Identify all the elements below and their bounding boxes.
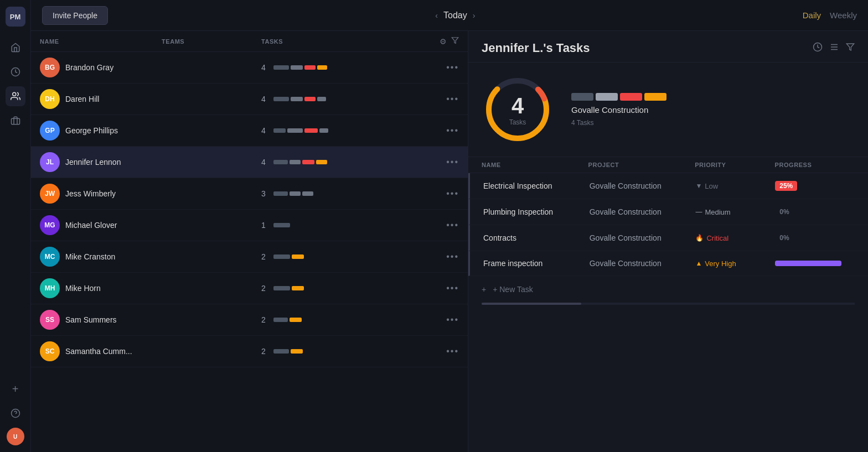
col-actions-header: ⚙ — [383, 37, 459, 46]
person-tasks-jl: 4 — [261, 158, 383, 167]
task-count-number: 4 — [509, 93, 526, 118]
scroll-thumb — [482, 303, 581, 305]
chart-icon[interactable] — [813, 42, 823, 54]
task-progress: 25% — [775, 181, 855, 191]
person-more-bg[interactable]: ••• — [383, 63, 459, 72]
task-progress — [775, 261, 855, 266]
person-more-gp[interactable]: ••• — [383, 126, 459, 136]
person-tasks-jw: 3 — [261, 189, 383, 198]
svg-rect-2 — [11, 118, 19, 124]
person-more-dh[interactable]: ••• — [383, 94, 459, 104]
people-list: BGBrandon Gray4•••DHDaren Hill4•••GPGeor… — [31, 52, 468, 452]
daily-view-button[interactable]: Daily — [803, 11, 821, 20]
priority-icon: ▲ — [695, 259, 702, 267]
task-name: Electrical Inspection — [483, 181, 590, 190]
app-logo[interactable]: PM — [6, 7, 25, 27]
avatar-mh: MH — [40, 278, 60, 298]
sidebar: PM + U — [0, 0, 31, 452]
sidebar-item-history[interactable] — [6, 62, 25, 82]
task-summary: 4 Tasks Govalle Construction 4 Tasks — [468, 63, 868, 157]
task-count-label: Tasks — [509, 118, 526, 126]
filter-icon[interactable] — [451, 37, 459, 46]
avatar-ss: SS — [40, 310, 60, 330]
avatar-sc: SC — [40, 341, 60, 361]
person-row-gp[interactable]: GPGeorge Phillips4••• — [31, 115, 468, 147]
sidebar-item-projects[interactable] — [6, 111, 25, 131]
sidebar-item-people[interactable] — [6, 86, 25, 106]
task-project: Govalle Construction — [590, 181, 696, 190]
person-more-mc[interactable]: ••• — [383, 252, 459, 262]
task-row[interactable]: Electrical InspectionGovalle Constructio… — [468, 173, 868, 199]
next-day-button[interactable]: › — [473, 11, 476, 20]
filter-settings-icon[interactable]: ⚙ — [440, 37, 447, 46]
person-name-gp: George Phillips — [65, 126, 162, 135]
person-tasks-dh: 4 — [261, 95, 383, 103]
project-name-label: Govalle Construction — [571, 105, 855, 115]
person-row-mh[interactable]: MHMike Horn2••• — [31, 273, 468, 304]
user-avatar[interactable]: U — [7, 428, 24, 445]
task-progress: 0% — [775, 233, 855, 243]
person-row-dh[interactable]: DHDaren Hill4••• — [31, 84, 468, 115]
current-date-label: Today — [443, 11, 467, 20]
person-row-jl[interactable]: JLJennifer Lennon4••• — [31, 147, 468, 178]
task-detail-panel: Jennifer L.'s Tasks — [468, 31, 868, 452]
th-priority: PRIORITY — [695, 162, 774, 168]
settings-icon[interactable] — [829, 42, 839, 54]
task-meta: Govalle Construction 4 Tasks — [571, 93, 855, 127]
avatar-jl: JL — [40, 152, 60, 172]
person-more-jw[interactable]: ••• — [383, 189, 459, 199]
person-more-mh[interactable]: ••• — [383, 283, 459, 293]
task-name: Contracts — [483, 233, 590, 242]
priority-icon: — — [695, 208, 702, 216]
person-name-jw: Jess Wimberly — [65, 189, 162, 198]
col-teams-header: TEAMS — [162, 38, 261, 45]
weekly-view-button[interactable]: Weekly — [830, 11, 857, 20]
person-name-bg: Brandon Gray — [65, 63, 162, 72]
main-content: Invite People ‹ Today › Daily Weekly NAM… — [31, 0, 868, 452]
person-row-mc[interactable]: MCMike Cranston2••• — [31, 241, 468, 273]
person-more-ss[interactable]: ••• — [383, 315, 459, 325]
sidebar-item-home[interactable] — [6, 38, 25, 58]
person-row-ss[interactable]: SSSam Summers2••• — [31, 304, 468, 336]
person-more-mg[interactable]: ••• — [383, 220, 459, 230]
task-priority: 🔥Critical — [695, 234, 775, 242]
person-row-jw[interactable]: JWJess Wimberly3••• — [31, 178, 468, 210]
task-progress: 0% — [775, 207, 855, 217]
svg-marker-5 — [452, 38, 458, 44]
prev-day-button[interactable]: ‹ — [435, 11, 438, 20]
project-tasks-label: 4 Tasks — [571, 119, 855, 127]
person-name-jl: Jennifer Lennon — [65, 158, 162, 167]
new-task-label: + New Task — [493, 285, 533, 294]
person-row-bg[interactable]: BGBrandon Gray4••• — [31, 52, 468, 84]
svg-point-1 — [12, 92, 16, 96]
person-name-ss: Sam Summers — [65, 315, 162, 324]
task-priority: —Medium — [695, 208, 775, 216]
task-panel-header: Jennifer L.'s Tasks — [468, 31, 868, 63]
new-task-button[interactable]: + + New Task — [468, 276, 868, 303]
avatar-mg: MG — [40, 215, 60, 235]
task-row[interactable]: Frame inspectionGovalle Construction▲Ver… — [468, 251, 868, 276]
sidebar-item-help[interactable] — [6, 403, 25, 423]
avatar-dh: DH — [40, 89, 60, 109]
task-donut-chart: 4 Tasks — [482, 74, 554, 146]
filter-task-icon[interactable] — [846, 43, 855, 54]
person-name-mh: Mike Horn — [65, 284, 162, 293]
person-more-jl[interactable]: ••• — [383, 157, 459, 167]
th-project: PROJECT — [588, 162, 695, 168]
person-tasks-ss: 2 — [261, 315, 383, 324]
person-more-sc[interactable]: ••• — [383, 346, 459, 356]
avatar-mc: MC — [40, 247, 60, 267]
task-row[interactable]: Plumbing InspectionGovalle Construction—… — [468, 199, 868, 225]
date-nav: ‹ Today › — [117, 11, 794, 20]
task-row[interactable]: ContractsGovalle Construction🔥Critical0% — [468, 225, 868, 251]
person-tasks-mc: 2 — [261, 252, 383, 261]
task-table: NAME PROJECT PRIORITY PROGRESS Electrica… — [468, 157, 868, 452]
person-row-mg[interactable]: MGMichael Glover1••• — [31, 210, 468, 241]
content-area: NAME TEAMS TASKS ⚙ BGBrandon Gray4•••DHD… — [31, 31, 868, 452]
people-panel: NAME TEAMS TASKS ⚙ BGBrandon Gray4•••DHD… — [31, 31, 468, 452]
task-summary-bars — [571, 93, 855, 101]
person-row-sc[interactable]: SCSamantha Cumm...2••• — [31, 336, 468, 367]
plus-icon: + — [482, 285, 486, 294]
sidebar-item-add[interactable]: + — [6, 379, 25, 399]
invite-people-button[interactable]: Invite People — [42, 6, 108, 25]
